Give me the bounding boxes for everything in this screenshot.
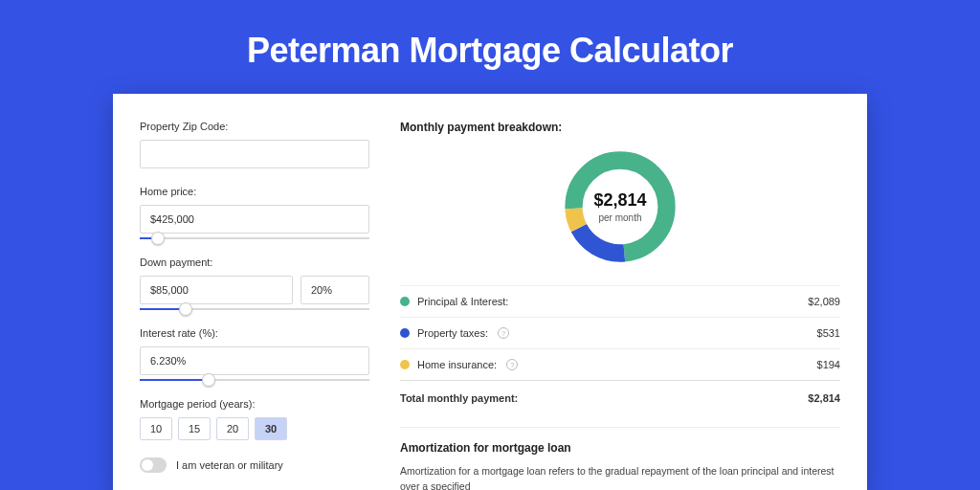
legend-dot-icon [400, 297, 410, 306]
page-title: Peterman Mortgage Calculator [0, 0, 980, 94]
amortization-text: Amortization for a mortgage loan refers … [400, 464, 840, 490]
legend-value: $2,089 [808, 296, 840, 307]
breakdown-column: Monthly payment breakdown: $2,814 per mo… [389, 121, 840, 490]
down-payment-label: Down payment: [140, 256, 369, 268]
donut-chart-wrap: $2,814 per month [400, 138, 840, 285]
home-price-field: Home price: [140, 186, 369, 239]
period-field: Mortgage period (years): 10152030 [140, 398, 369, 440]
period-button-15[interactable]: 15 [178, 417, 211, 440]
donut-chart: $2,814 per month [559, 145, 681, 268]
home-price-slider[interactable] [140, 237, 369, 239]
legend-label: Home insurance: [417, 359, 497, 370]
legend-row: Principal & Interest: $2,089 [400, 285, 840, 317]
interest-rate-field: Interest rate (%): [140, 327, 369, 381]
legend-row: Property taxes: ? $531 [400, 317, 840, 348]
period-button-30[interactable]: 30 [255, 417, 287, 440]
legend-dot-icon [400, 360, 410, 369]
legend-value: $194 [817, 359, 840, 370]
veteran-row: I am veteran or military [140, 457, 369, 473]
home-price-input[interactable] [140, 205, 369, 234]
zip-input[interactable] [140, 140, 369, 168]
down-payment-field: Down payment: [140, 256, 369, 310]
legend-row: Home insurance: ? $194 [400, 348, 840, 380]
interest-rate-slider[interactable] [140, 379, 369, 381]
form-column: Property Zip Code: Home price: Down paym… [140, 121, 369, 490]
legend-total-value: $2,814 [808, 392, 840, 404]
period-button-10[interactable]: 10 [140, 417, 172, 440]
slider-thumb-icon[interactable] [151, 232, 165, 245]
home-price-label: Home price: [140, 186, 369, 197]
veteran-toggle[interactable] [140, 457, 167, 473]
legend-label: Property taxes: [417, 327, 488, 339]
calculator-card: Property Zip Code: Home price: Down paym… [113, 94, 867, 490]
legend-dot-icon [400, 328, 410, 338]
breakdown-title: Monthly payment breakdown: [400, 121, 840, 134]
down-payment-input[interactable] [140, 276, 293, 304]
toggle-knob-icon [142, 459, 153, 471]
legend-total-row: Total monthly payment: $2,814 [400, 380, 840, 413]
period-options: 10152030 [140, 417, 369, 440]
legend-total-label: Total monthly payment: [400, 392, 518, 404]
legend: Principal & Interest: $2,089 Property ta… [400, 285, 840, 413]
legend-label: Principal & Interest: [417, 296, 508, 307]
down-payment-pct-input[interactable] [301, 276, 369, 304]
amortization-title: Amortization for mortgage loan [400, 441, 840, 455]
veteran-label: I am veteran or military [176, 459, 283, 471]
interest-rate-input[interactable] [140, 346, 369, 375]
legend-value: $531 [817, 327, 840, 339]
info-icon[interactable]: ? [506, 359, 518, 370]
donut-amount: $2,814 [593, 190, 646, 211]
zip-field: Property Zip Code: [140, 121, 369, 168]
info-icon[interactable]: ? [498, 327, 509, 339]
period-button-20[interactable]: 20 [216, 417, 249, 440]
amortization-section: Amortization for mortgage loan Amortizat… [400, 427, 840, 490]
slider-thumb-icon[interactable] [179, 302, 192, 316]
period-label: Mortgage period (years): [140, 398, 369, 410]
down-payment-slider[interactable] [140, 308, 369, 310]
interest-rate-label: Interest rate (%): [140, 327, 369, 339]
donut-center: $2,814 per month [559, 145, 681, 268]
donut-sub: per month [598, 212, 641, 223]
zip-label: Property Zip Code: [140, 121, 369, 132]
slider-thumb-icon[interactable] [202, 373, 215, 387]
